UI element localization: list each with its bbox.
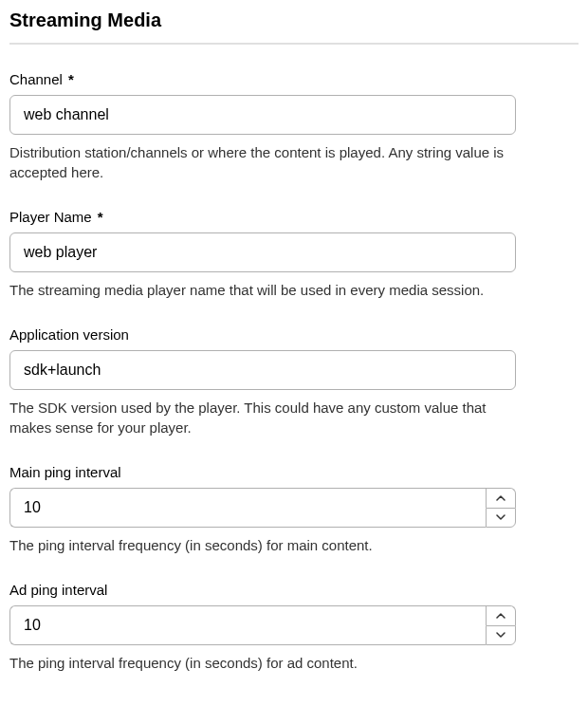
channel-label-text: Channel	[9, 71, 63, 87]
player-name-help: The streaming media player name that wil…	[9, 280, 516, 300]
ad-ping-label-text: Ad ping interval	[9, 582, 107, 598]
required-asterisk-icon: *	[68, 71, 74, 87]
main-ping-label-text: Main ping interval	[9, 464, 121, 480]
ad-ping-stepper-buttons	[486, 605, 516, 645]
chevron-down-icon	[496, 632, 505, 638]
application-version-help: The SDK version used by the player. This…	[9, 398, 516, 437]
channel-input[interactable]	[9, 95, 516, 135]
field-ad-ping: Ad ping interval The ping interval frequ…	[9, 582, 579, 673]
main-ping-stepper-buttons	[486, 488, 516, 528]
ad-ping-help: The ping interval frequency (in seconds)…	[9, 653, 516, 673]
main-ping-input[interactable]	[9, 488, 486, 528]
main-ping-label: Main ping interval	[9, 464, 579, 480]
field-application-version: Application version The SDK version used…	[9, 326, 579, 437]
main-ping-decrement-button[interactable]	[486, 508, 516, 529]
section-title: Streaming Media	[9, 9, 579, 45]
field-channel: Channel * Distribution station/channels …	[9, 71, 579, 182]
main-ping-stepper	[9, 488, 516, 528]
chevron-up-icon	[496, 613, 505, 619]
player-name-input[interactable]	[9, 232, 516, 272]
application-version-input[interactable]	[9, 350, 516, 390]
application-version-label: Application version	[9, 326, 579, 343]
application-version-label-text: Application version	[9, 326, 129, 343]
ad-ping-input[interactable]	[9, 605, 486, 645]
chevron-up-icon	[496, 495, 505, 501]
main-ping-increment-button[interactable]	[486, 488, 516, 508]
required-asterisk-icon: *	[98, 209, 103, 225]
main-ping-help: The ping interval frequency (in seconds)…	[9, 535, 516, 555]
chevron-down-icon	[496, 514, 505, 520]
field-main-ping: Main ping interval The ping interval fre…	[9, 464, 579, 555]
field-player-name: Player Name * The streaming media player…	[9, 209, 579, 300]
ad-ping-decrement-button[interactable]	[486, 625, 516, 646]
channel-help: Distribution station/channels or where t…	[9, 142, 516, 182]
ad-ping-increment-button[interactable]	[486, 605, 516, 625]
ad-ping-stepper	[9, 605, 516, 645]
player-name-label: Player Name *	[9, 209, 579, 225]
channel-label: Channel *	[9, 71, 579, 87]
ad-ping-label: Ad ping interval	[9, 582, 579, 598]
player-name-label-text: Player Name	[9, 209, 92, 225]
